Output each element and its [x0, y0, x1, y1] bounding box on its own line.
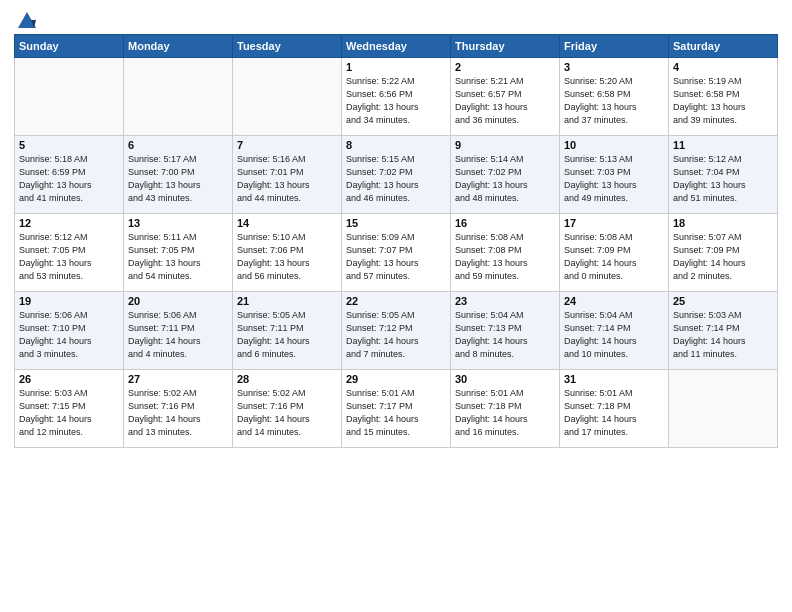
- day-info: Sunrise: 5:03 AMSunset: 7:14 PMDaylight:…: [673, 309, 773, 361]
- calendar-cell: 26Sunrise: 5:03 AMSunset: 7:15 PMDayligh…: [15, 370, 124, 448]
- calendar-table: SundayMondayTuesdayWednesdayThursdayFrid…: [14, 34, 778, 448]
- calendar-cell: 4Sunrise: 5:19 AMSunset: 6:58 PMDaylight…: [669, 58, 778, 136]
- day-info: Sunrise: 5:02 AMSunset: 7:16 PMDaylight:…: [237, 387, 337, 439]
- day-info: Sunrise: 5:05 AMSunset: 7:11 PMDaylight:…: [237, 309, 337, 361]
- calendar-cell: 7Sunrise: 5:16 AMSunset: 7:01 PMDaylight…: [233, 136, 342, 214]
- calendar-cell: 13Sunrise: 5:11 AMSunset: 7:05 PMDayligh…: [124, 214, 233, 292]
- day-info: Sunrise: 5:19 AMSunset: 6:58 PMDaylight:…: [673, 75, 773, 127]
- calendar-cell: 27Sunrise: 5:02 AMSunset: 7:16 PMDayligh…: [124, 370, 233, 448]
- day-number: 18: [673, 217, 773, 229]
- day-info: Sunrise: 5:21 AMSunset: 6:57 PMDaylight:…: [455, 75, 555, 127]
- day-number: 15: [346, 217, 446, 229]
- weekday-header-wednesday: Wednesday: [342, 35, 451, 58]
- day-info: Sunrise: 5:17 AMSunset: 7:00 PMDaylight:…: [128, 153, 228, 205]
- day-number: 4: [673, 61, 773, 73]
- day-number: 3: [564, 61, 664, 73]
- day-number: 17: [564, 217, 664, 229]
- day-number: 24: [564, 295, 664, 307]
- calendar-cell: 20Sunrise: 5:06 AMSunset: 7:11 PMDayligh…: [124, 292, 233, 370]
- calendar-cell: 18Sunrise: 5:07 AMSunset: 7:09 PMDayligh…: [669, 214, 778, 292]
- day-info: Sunrise: 5:04 AMSunset: 7:14 PMDaylight:…: [564, 309, 664, 361]
- calendar-cell: 30Sunrise: 5:01 AMSunset: 7:18 PMDayligh…: [451, 370, 560, 448]
- calendar-cell: 3Sunrise: 5:20 AMSunset: 6:58 PMDaylight…: [560, 58, 669, 136]
- day-number: 13: [128, 217, 228, 229]
- calendar-cell: [669, 370, 778, 448]
- calendar-cell: 19Sunrise: 5:06 AMSunset: 7:10 PMDayligh…: [15, 292, 124, 370]
- calendar-week-row: 1Sunrise: 5:22 AMSunset: 6:56 PMDaylight…: [15, 58, 778, 136]
- calendar-cell: 28Sunrise: 5:02 AMSunset: 7:16 PMDayligh…: [233, 370, 342, 448]
- day-number: 25: [673, 295, 773, 307]
- day-number: 29: [346, 373, 446, 385]
- calendar-cell: 23Sunrise: 5:04 AMSunset: 7:13 PMDayligh…: [451, 292, 560, 370]
- weekday-header-sunday: Sunday: [15, 35, 124, 58]
- day-number: 19: [19, 295, 119, 307]
- calendar-cell: 21Sunrise: 5:05 AMSunset: 7:11 PMDayligh…: [233, 292, 342, 370]
- weekday-header-thursday: Thursday: [451, 35, 560, 58]
- day-number: 21: [237, 295, 337, 307]
- day-number: 28: [237, 373, 337, 385]
- day-number: 6: [128, 139, 228, 151]
- calendar-cell: 8Sunrise: 5:15 AMSunset: 7:02 PMDaylight…: [342, 136, 451, 214]
- calendar-cell: 24Sunrise: 5:04 AMSunset: 7:14 PMDayligh…: [560, 292, 669, 370]
- calendar-cell: 1Sunrise: 5:22 AMSunset: 6:56 PMDaylight…: [342, 58, 451, 136]
- day-info: Sunrise: 5:13 AMSunset: 7:03 PMDaylight:…: [564, 153, 664, 205]
- calendar-cell: 29Sunrise: 5:01 AMSunset: 7:17 PMDayligh…: [342, 370, 451, 448]
- day-info: Sunrise: 5:11 AMSunset: 7:05 PMDaylight:…: [128, 231, 228, 283]
- calendar-cell: 2Sunrise: 5:21 AMSunset: 6:57 PMDaylight…: [451, 58, 560, 136]
- calendar-cell: 16Sunrise: 5:08 AMSunset: 7:08 PMDayligh…: [451, 214, 560, 292]
- day-info: Sunrise: 5:12 AMSunset: 7:04 PMDaylight:…: [673, 153, 773, 205]
- day-number: 1: [346, 61, 446, 73]
- weekday-header-monday: Monday: [124, 35, 233, 58]
- day-info: Sunrise: 5:08 AMSunset: 7:09 PMDaylight:…: [564, 231, 664, 283]
- day-info: Sunrise: 5:12 AMSunset: 7:05 PMDaylight:…: [19, 231, 119, 283]
- calendar-week-row: 19Sunrise: 5:06 AMSunset: 7:10 PMDayligh…: [15, 292, 778, 370]
- calendar-cell: 22Sunrise: 5:05 AMSunset: 7:12 PMDayligh…: [342, 292, 451, 370]
- calendar-week-row: 5Sunrise: 5:18 AMSunset: 6:59 PMDaylight…: [15, 136, 778, 214]
- day-number: 10: [564, 139, 664, 151]
- calendar-cell: 5Sunrise: 5:18 AMSunset: 6:59 PMDaylight…: [15, 136, 124, 214]
- calendar-cell: [15, 58, 124, 136]
- day-info: Sunrise: 5:07 AMSunset: 7:09 PMDaylight:…: [673, 231, 773, 283]
- calendar-week-row: 12Sunrise: 5:12 AMSunset: 7:05 PMDayligh…: [15, 214, 778, 292]
- calendar-cell: 11Sunrise: 5:12 AMSunset: 7:04 PMDayligh…: [669, 136, 778, 214]
- day-number: 12: [19, 217, 119, 229]
- day-info: Sunrise: 5:02 AMSunset: 7:16 PMDaylight:…: [128, 387, 228, 439]
- day-number: 27: [128, 373, 228, 385]
- day-info: Sunrise: 5:04 AMSunset: 7:13 PMDaylight:…: [455, 309, 555, 361]
- calendar-cell: [124, 58, 233, 136]
- day-info: Sunrise: 5:03 AMSunset: 7:15 PMDaylight:…: [19, 387, 119, 439]
- day-info: Sunrise: 5:09 AMSunset: 7:07 PMDaylight:…: [346, 231, 446, 283]
- logo: [14, 10, 38, 28]
- calendar-cell: 15Sunrise: 5:09 AMSunset: 7:07 PMDayligh…: [342, 214, 451, 292]
- day-info: Sunrise: 5:20 AMSunset: 6:58 PMDaylight:…: [564, 75, 664, 127]
- day-info: Sunrise: 5:22 AMSunset: 6:56 PMDaylight:…: [346, 75, 446, 127]
- calendar-cell: 14Sunrise: 5:10 AMSunset: 7:06 PMDayligh…: [233, 214, 342, 292]
- day-number: 2: [455, 61, 555, 73]
- weekday-header-row: SundayMondayTuesdayWednesdayThursdayFrid…: [15, 35, 778, 58]
- header: [14, 10, 778, 28]
- day-info: Sunrise: 5:08 AMSunset: 7:08 PMDaylight:…: [455, 231, 555, 283]
- calendar-page: SundayMondayTuesdayWednesdayThursdayFrid…: [0, 0, 792, 612]
- day-info: Sunrise: 5:14 AMSunset: 7:02 PMDaylight:…: [455, 153, 555, 205]
- day-info: Sunrise: 5:18 AMSunset: 6:59 PMDaylight:…: [19, 153, 119, 205]
- calendar-cell: 17Sunrise: 5:08 AMSunset: 7:09 PMDayligh…: [560, 214, 669, 292]
- day-info: Sunrise: 5:10 AMSunset: 7:06 PMDaylight:…: [237, 231, 337, 283]
- day-info: Sunrise: 5:15 AMSunset: 7:02 PMDaylight:…: [346, 153, 446, 205]
- day-info: Sunrise: 5:16 AMSunset: 7:01 PMDaylight:…: [237, 153, 337, 205]
- calendar-cell: 12Sunrise: 5:12 AMSunset: 7:05 PMDayligh…: [15, 214, 124, 292]
- day-info: Sunrise: 5:06 AMSunset: 7:10 PMDaylight:…: [19, 309, 119, 361]
- day-number: 23: [455, 295, 555, 307]
- weekday-header-friday: Friday: [560, 35, 669, 58]
- day-number: 22: [346, 295, 446, 307]
- weekday-header-tuesday: Tuesday: [233, 35, 342, 58]
- day-number: 5: [19, 139, 119, 151]
- day-info: Sunrise: 5:01 AMSunset: 7:18 PMDaylight:…: [455, 387, 555, 439]
- day-number: 9: [455, 139, 555, 151]
- calendar-cell: 6Sunrise: 5:17 AMSunset: 7:00 PMDaylight…: [124, 136, 233, 214]
- day-number: 20: [128, 295, 228, 307]
- calendar-cell: 9Sunrise: 5:14 AMSunset: 7:02 PMDaylight…: [451, 136, 560, 214]
- calendar-cell: 25Sunrise: 5:03 AMSunset: 7:14 PMDayligh…: [669, 292, 778, 370]
- day-info: Sunrise: 5:01 AMSunset: 7:17 PMDaylight:…: [346, 387, 446, 439]
- day-info: Sunrise: 5:06 AMSunset: 7:11 PMDaylight:…: [128, 309, 228, 361]
- calendar-cell: 10Sunrise: 5:13 AMSunset: 7:03 PMDayligh…: [560, 136, 669, 214]
